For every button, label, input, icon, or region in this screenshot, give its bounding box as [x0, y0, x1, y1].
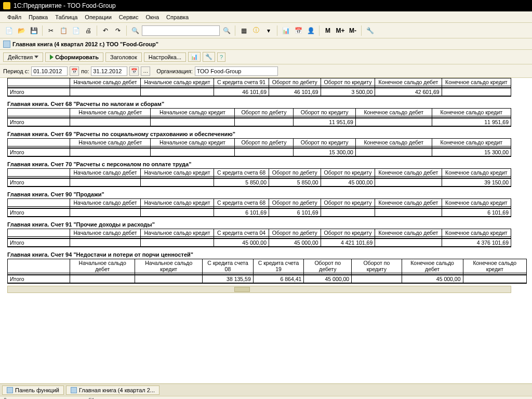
paste-icon[interactable]: 📄 [70, 25, 82, 36]
ledger-section-70: Начальное сальдо дебет Начальное сальдо … [7, 168, 511, 187]
menu-service[interactable]: Сервис [116, 13, 142, 21]
period-bar: Период с: 📅 по: 📅 … Организация: [0, 64, 532, 78]
wrench-icon[interactable]: 🔧 [364, 25, 376, 36]
menu-file[interactable]: Файл [4, 13, 24, 21]
ledger-section-69: Начальное сальдо дебет Начальное сальдо … [7, 138, 511, 157]
ledger-section-continuation: Начальное сальдо дебет Начальное сальдо … [7, 78, 511, 97]
option2-icon[interactable]: 🔧 [203, 52, 215, 62]
ledger-section-91: Начальное сальдо дебет Начальное сальдо … [7, 229, 511, 247]
ledger-section-68: Начальное сальдо дебет Начальное сальдо … [7, 108, 511, 127]
print-icon[interactable]: 🖨 [83, 25, 94, 36]
period-to-label: по: [81, 68, 89, 74]
menu-table[interactable]: Таблица [52, 13, 81, 21]
date-to-picker-icon[interactable]: 📅 [129, 66, 139, 76]
document-icon [3, 41, 10, 48]
table-row-total: Итого 11 951,69 11 951,69 [8, 118, 511, 126]
section-title-70: Главная книга. Счет 70 "Расчеты с персон… [7, 158, 525, 168]
cut-icon[interactable]: ✂ [45, 25, 57, 36]
period-from-label: Период с: [3, 68, 29, 74]
tab-panel-functions[interactable]: Панель функций [2, 385, 64, 395]
option1-icon[interactable]: 📊 [188, 52, 201, 62]
menu-edit[interactable]: Правка [25, 13, 51, 21]
titlebar: 1С:Предприятие - ТОО Food-Group [0, 0, 532, 11]
dropdown-icon[interactable]: ▾ [263, 25, 274, 36]
ledger-icon [71, 387, 77, 393]
table-row-total: Итого 5 850,00 5 850,00 45 000,00 39 150… [8, 178, 511, 187]
date-to-input[interactable] [91, 66, 127, 76]
menu-windows[interactable]: Окна [143, 13, 163, 21]
search-go-icon[interactable]: 🔍 [221, 25, 232, 36]
ledger-section-94: Начальное сальдо дебет Начальное сальдо … [7, 259, 527, 284]
date-from-input[interactable] [31, 66, 68, 76]
copy-icon[interactable]: 📋 [58, 25, 69, 36]
window-tabs-bar: Панель функций Главная книга (4 квартал … [0, 383, 532, 396]
new-icon[interactable]: 📄 [3, 25, 15, 36]
horizontal-scrollbar[interactable] [7, 286, 511, 293]
action-toolbar: Действия Сформировать Заголовок Настройк… [0, 50, 532, 64]
report-content: Начальное сальдо дебет Начальное сальдо … [0, 78, 532, 383]
menubar: Файл Правка Таблица Операции Сервис Окна… [0, 11, 532, 23]
save-icon[interactable]: 💾 [28, 25, 39, 36]
settings-button[interactable]: Настройка... [144, 52, 186, 62]
org-input[interactable] [195, 66, 278, 76]
actions-button[interactable]: Действия [3, 52, 43, 62]
open-icon[interactable]: 📂 [16, 25, 27, 36]
m-button[interactable]: M [322, 25, 334, 36]
m-plus-button[interactable]: M+ [335, 25, 346, 36]
section-title-94: Главная книга. Счет 94 "Недостачи и поте… [7, 248, 525, 259]
table-row-total: Итого 15 300,00 15 300,00 [8, 148, 511, 156]
section-title-91: Главная книга. Счет 91 "Прочие доходы и … [7, 218, 525, 229]
calc-icon[interactable]: 📊 [280, 25, 291, 36]
period-select-icon[interactable]: … [141, 66, 150, 76]
app-title: 1С:Предприятие - ТОО Food-Group [14, 2, 116, 9]
grid-icon[interactable]: ▦ [238, 25, 249, 36]
section-title-68: Главная книга. Счет 68 "Расчеты по налог… [7, 98, 525, 108]
status-bar: Для получения подсказки нажмите F1 [0, 396, 532, 399]
help-icon[interactable]: ? [217, 52, 225, 62]
menu-operations[interactable]: Операции [82, 13, 114, 21]
m-minus-button[interactable]: M- [347, 25, 358, 36]
form-button[interactable]: Сформировать [45, 52, 103, 62]
date-from-picker-icon[interactable]: 📅 [70, 66, 79, 76]
calendar-icon[interactable]: 📅 [292, 25, 304, 36]
menu-help[interactable]: Справка [163, 13, 192, 21]
main-toolbar: 📄 📂 💾 ✂ 📋 📄 🖨 ↶ ↷ 🔍 🔍 ▦ ⓘ ▾ 📊 📅 👤 M M+ M… [0, 23, 532, 38]
info-icon[interactable]: ⓘ [250, 25, 262, 36]
panel-icon [7, 387, 13, 393]
undo-icon[interactable]: ↶ [100, 25, 111, 36]
table-row-total: Итого 46 101,69 46 101,69 3 500,00 42 60… [8, 88, 511, 96]
search-icon[interactable]: 🔍 [129, 25, 141, 36]
search-input[interactable] [142, 25, 220, 36]
org-label: Организация: [156, 68, 192, 74]
ledger-section-90: Начальное сальдо дебет Начальное сальдо … [7, 198, 511, 217]
app-logo-icon [3, 2, 10, 9]
table-row-total: Итого 38 135,59 6 864,41 45 000,00 45 00… [8, 275, 527, 283]
document-title-bar: Главная книга (4 квартал 2012 г.) ТОО "F… [0, 38, 532, 50]
section-title-90: Главная книга. Счет 90 "Продажи" [7, 188, 525, 198]
section-title-69: Главная книга. Счет 69 "Расчеты по социа… [7, 128, 525, 138]
table-row-total: Итого 45 000,00 45 000,00 4 421 101,69 4… [8, 238, 511, 247]
table-row-total: Итого 6 101,69 6 101,69 6 101,69 [8, 208, 511, 217]
document-title: Главная книга (4 квартал 2012 г.) ТОО "F… [12, 41, 158, 47]
tab-ledger[interactable]: Главная книга (4 квартал 2... [66, 385, 159, 395]
user-icon[interactable]: 👤 [305, 25, 316, 36]
redo-icon[interactable]: ↷ [112, 25, 124, 36]
header-button[interactable]: Заголовок [105, 52, 142, 62]
